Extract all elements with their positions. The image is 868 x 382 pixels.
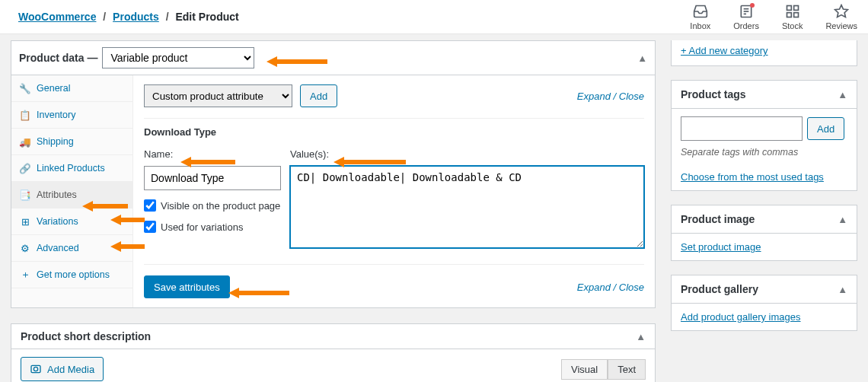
tab-general[interactable]: 🔧General [11,75,132,102]
grid-icon: ⊞ [19,215,31,228]
reviews-link[interactable]: Reviews [825,4,857,30]
collapse-toggle[interactable]: ▲ [838,89,847,100]
svg-marker-8 [835,5,848,17]
add-media-button[interactable]: Add Media [21,357,104,381]
svg-point-9 [34,367,37,371]
add-new-category-link[interactable]: + Add new category [681,45,768,56]
tags-hint: Separate tags with commas [681,147,847,158]
tab-attributes[interactable]: 📑Attributes [11,182,132,209]
svg-rect-4 [787,5,791,10]
collapse-toggle[interactable]: ▲ [636,331,646,342]
product-image-panel: Product image ▲ Set product image [671,205,857,261]
save-attributes-button[interactable]: Save attributes [144,275,230,298]
expand-close-link-bottom[interactable]: Expand / Close [577,282,644,293]
editor-tab-text[interactable]: Text [608,359,646,380]
add-attribute-button[interactable]: Add [300,84,337,107]
svg-rect-6 [787,12,791,17]
product-gallery-title: Product gallery [681,283,758,295]
tab-variations[interactable]: ⊞Variations [11,209,132,235]
collapse-toggle[interactable]: ▲ [637,53,647,64]
add-gallery-images-link[interactable]: Add product gallery images [681,311,801,323]
clipboard-icon: 📋 [19,109,31,121]
attribute-values-textarea[interactable]: CD| Downloadable| Downloadable & CD [290,166,644,248]
svg-rect-7 [793,12,798,17]
breadcrumb-products[interactable]: Products [113,11,159,23]
plus-icon: ＋ [19,269,31,281]
media-icon [30,363,42,375]
tab-get-more[interactable]: ＋Get more options [11,262,132,288]
visible-label: Visible on the product page [161,200,280,212]
set-product-image-link[interactable]: Set product image [681,241,761,253]
breadcrumb-root[interactable]: WooCommerce [18,11,96,23]
stock-link[interactable]: Stock [782,4,803,30]
product-data-label: Product data — [19,52,97,64]
add-tag-button[interactable]: Add [807,117,844,140]
used-for-variations-label: Used for variations [161,221,243,233]
used-for-variations-checkbox[interactable] [144,221,156,233]
values-label: Value(s): [290,148,644,160]
attribute-name-input[interactable] [144,166,281,190]
product-data-panel: Product data — Variable product ▲ 🔧Gener… [11,40,656,308]
tag-input[interactable] [681,116,803,141]
choose-tags-link[interactable]: Choose from the most used tags [681,171,824,183]
tab-advanced[interactable]: ⚙Advanced [11,235,132,262]
attribute-type-select[interactable]: Custom product attribute [144,84,292,107]
editor-tab-visual[interactable]: Visual [561,359,608,380]
visible-checkbox[interactable] [144,199,156,212]
product-gallery-panel: Product gallery ▲ Add product gallery im… [671,275,857,331]
attribute-title: Download Type [144,126,644,138]
expand-close-link[interactable]: Expand / Close [577,91,644,102]
svg-rect-5 [793,5,798,10]
list-icon: 📑 [19,189,31,201]
tab-linked-products[interactable]: 🔗Linked Products [11,155,132,182]
tab-shipping[interactable]: 🚚Shipping [11,129,132,155]
breadcrumb-current: Edit Product [175,11,238,23]
collapse-toggle[interactable]: ▲ [838,284,847,295]
reviews-icon [834,4,849,19]
breadcrumb: WooCommerce / Products / Edit Product [18,11,239,23]
wrench-icon: 🔧 [19,82,31,94]
orders-link[interactable]: Orders [733,4,759,30]
inbox-icon [693,4,708,19]
link-icon: 🔗 [19,162,31,174]
truck-icon: 🚚 [19,135,31,148]
stock-icon [785,4,800,19]
collapse-toggle[interactable]: ▲ [838,214,847,225]
notification-dot [750,3,755,8]
product-type-select[interactable]: Variable product [102,47,254,68]
gear-icon: ⚙ [19,242,31,254]
inbox-link[interactable]: Inbox [690,4,710,30]
product-tags-title: Product tags [681,88,746,100]
product-tags-panel: Product tags ▲ Add Separate tags with co… [671,80,857,191]
product-image-title: Product image [681,213,755,225]
name-label: Name: [144,148,281,160]
short-description-panel: Product short description ▲ Add Media Vi… [11,323,656,382]
tab-inventory[interactable]: 📋Inventory [11,102,132,129]
short-description-title: Product short description [21,330,151,342]
